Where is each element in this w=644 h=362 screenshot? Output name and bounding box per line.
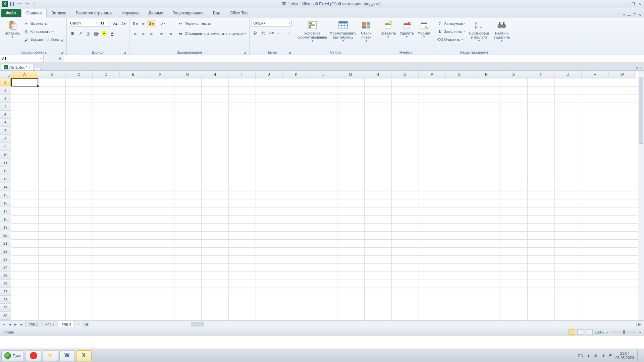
align-center-icon[interactable]: ≡ bbox=[140, 30, 147, 37]
tab-formulas[interactable]: Формулы bbox=[117, 9, 144, 17]
insert-cells-button[interactable]: Вставить▼ bbox=[379, 19, 397, 40]
tray-icon[interactable]: ▲ bbox=[587, 354, 590, 358]
currency-icon[interactable]: $▾ bbox=[252, 29, 259, 37]
save-icon[interactable] bbox=[9, 1, 15, 7]
scroll-left-icon[interactable]: ◀ bbox=[84, 322, 89, 327]
first-sheet-icon[interactable]: ⏮ bbox=[1, 322, 7, 327]
row-header[interactable]: 9 bbox=[0, 143, 11, 151]
close-icon[interactable]: ✕ bbox=[638, 2, 641, 6]
zoom-slider[interactable] bbox=[610, 331, 637, 333]
dialog-launcher-icon[interactable]: ◢ bbox=[243, 51, 247, 54]
new-sheet-icon[interactable]: ✧ bbox=[76, 322, 81, 327]
column-header[interactable]: V bbox=[582, 71, 609, 78]
network-icon[interactable]: 🖧 bbox=[602, 354, 605, 358]
column-header[interactable]: N bbox=[364, 71, 391, 78]
taskbar-opera[interactable] bbox=[26, 350, 41, 361]
increase-decimal-icon[interactable]: .0→ bbox=[276, 29, 283, 37]
dialog-launcher-icon[interactable]: ◢ bbox=[288, 51, 291, 54]
row-header[interactable]: 6 bbox=[0, 119, 11, 127]
row-header[interactable]: 17 bbox=[0, 207, 11, 215]
column-header[interactable]: J bbox=[256, 71, 283, 78]
column-header[interactable]: D bbox=[93, 71, 120, 78]
doc-close-icon[interactable]: ✕ bbox=[638, 13, 641, 17]
row-header[interactable]: 16 bbox=[0, 199, 11, 207]
decrease-decimal-icon[interactable]: ←.0 bbox=[284, 29, 291, 37]
scroll-thumb[interactable] bbox=[191, 322, 204, 326]
column-header[interactable]: L bbox=[310, 71, 337, 78]
row-header[interactable]: 22 bbox=[0, 247, 11, 255]
name-box[interactable]: ▾ bbox=[0, 55, 44, 62]
tab-view[interactable]: Вид bbox=[208, 9, 225, 17]
minimize-icon[interactable]: — bbox=[625, 2, 628, 6]
row-header[interactable]: 13 bbox=[0, 175, 11, 183]
column-header[interactable]: B bbox=[38, 71, 65, 78]
underline-icon[interactable]: Ч▾ bbox=[85, 30, 92, 37]
start-button[interactable]: Пуск bbox=[1, 350, 24, 361]
row-header[interactable]: 23 bbox=[0, 255, 11, 263]
align-right-icon[interactable]: ≡ bbox=[148, 30, 155, 37]
fx-icon[interactable]: fx bbox=[44, 55, 64, 62]
excel-icon[interactable]: X bbox=[1, 1, 8, 7]
align-middle-icon[interactable]: ≡ bbox=[140, 20, 147, 27]
scroll-right-icon[interactable]: ▶ bbox=[636, 322, 642, 327]
column-header[interactable]: S bbox=[500, 71, 527, 78]
copy-button[interactable]: ⎘Копировать▾ bbox=[23, 28, 65, 35]
close-icon[interactable]: × bbox=[29, 65, 31, 69]
row-header[interactable]: 14 bbox=[0, 183, 11, 191]
horizontal-scrollbar[interactable]: ◀ ▶ bbox=[83, 322, 642, 327]
delete-cells-button[interactable]: Удалить▼ bbox=[398, 19, 415, 40]
merge-center-button[interactable]: ⬌Объединить и поместить в центре▾ bbox=[177, 30, 247, 37]
page-layout-view-icon[interactable] bbox=[577, 329, 584, 335]
column-header[interactable]: T bbox=[527, 71, 554, 78]
row-header[interactable]: 3 bbox=[0, 95, 11, 103]
doc-min-icon[interactable]: — bbox=[627, 13, 631, 17]
row-header[interactable]: 15 bbox=[0, 191, 11, 199]
row-header[interactable]: 27 bbox=[0, 288, 11, 296]
tab-review[interactable]: Рецензирование bbox=[168, 9, 208, 17]
row-header[interactable]: 20 bbox=[0, 231, 11, 239]
chevron-down-icon[interactable]: ▾ bbox=[636, 66, 638, 70]
font-color-icon[interactable]: A▾ bbox=[109, 30, 116, 37]
indent-decrease-icon[interactable]: ⇤ bbox=[158, 30, 166, 37]
scroll-thumb[interactable] bbox=[639, 77, 643, 144]
doc-restore-icon[interactable]: ❐ bbox=[633, 13, 636, 17]
column-header[interactable]: W bbox=[609, 71, 636, 78]
vertical-scrollbar[interactable] bbox=[638, 71, 644, 320]
tab-file[interactable]: Файл bbox=[1, 9, 21, 17]
cell-styles-button[interactable]: Стили ячеек▼ bbox=[358, 19, 375, 44]
column-header[interactable]: Q bbox=[446, 71, 473, 78]
row-header[interactable]: 21 bbox=[0, 239, 11, 247]
select-all-corner[interactable] bbox=[0, 71, 11, 78]
show-desktop-button[interactable] bbox=[637, 350, 641, 361]
zoom-level[interactable]: 100% bbox=[595, 330, 604, 334]
column-header[interactable]: I bbox=[228, 71, 256, 78]
paste-button[interactable]: Вставить ▼ bbox=[3, 19, 22, 40]
fill-color-icon[interactable]: A▾ bbox=[101, 30, 108, 37]
volume-icon[interactable]: 🔊 bbox=[594, 353, 598, 358]
align-top-icon[interactable]: ⬆≡ bbox=[131, 20, 139, 27]
row-header[interactable]: 8 bbox=[0, 135, 11, 143]
format-as-table-button[interactable]: Форматировать как таблицу▼ bbox=[329, 19, 357, 44]
row-header[interactable]: 11 bbox=[0, 159, 11, 167]
taskbar-word[interactable]: W bbox=[59, 350, 75, 361]
font-name-select[interactable]: Calibri▾ bbox=[69, 20, 98, 26]
row-header[interactable]: 25 bbox=[0, 272, 11, 280]
row-header[interactable]: 24 bbox=[0, 263, 11, 272]
indent-increase-icon[interactable]: ⇥ bbox=[166, 30, 174, 37]
sheet-tab[interactable]: Упр.1 bbox=[25, 321, 42, 327]
column-header[interactable]: R bbox=[473, 71, 500, 78]
row-header[interactable]: 10 bbox=[0, 151, 11, 159]
action-center-icon[interactable]: ⚑ bbox=[609, 353, 612, 358]
next-sheet-icon[interactable]: ▶ bbox=[13, 322, 18, 327]
row-header[interactable]: 2 bbox=[0, 86, 11, 95]
shrink-font-icon[interactable]: A▾ bbox=[120, 20, 127, 27]
row-header[interactable]: 30 bbox=[0, 312, 11, 320]
tab-data[interactable]: Данные bbox=[144, 9, 168, 17]
zoom-in-icon[interactable]: + bbox=[639, 330, 641, 334]
tab-page-layout[interactable]: Разметка страницы bbox=[71, 9, 117, 17]
row-header[interactable]: 12 bbox=[0, 167, 11, 175]
zoom-out-icon[interactable]: − bbox=[606, 330, 608, 334]
column-header[interactable]: H bbox=[201, 71, 228, 78]
row-header[interactable]: 7 bbox=[0, 127, 11, 135]
grow-font-icon[interactable]: A▴ bbox=[112, 20, 119, 27]
